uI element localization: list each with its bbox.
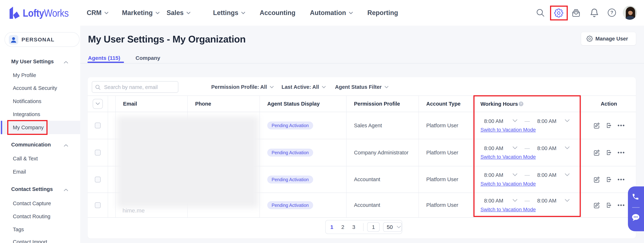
svg-text:?: ? xyxy=(610,10,613,15)
